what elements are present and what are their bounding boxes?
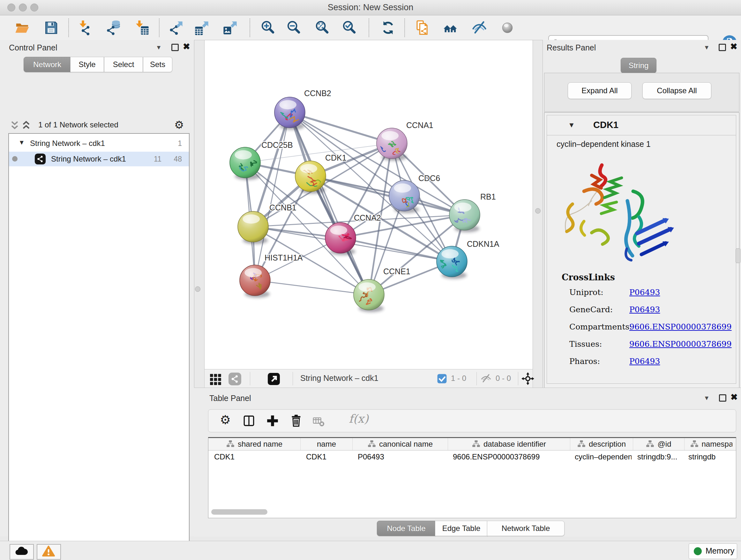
table-panel-float-icon[interactable]: ▼ (704, 395, 710, 401)
table-cell[interactable]: CDK1 (300, 450, 352, 463)
cloud-status-button[interactable] (10, 544, 34, 560)
results-panel-maximize-icon[interactable] (719, 44, 726, 51)
network-collection-row[interactable]: ▼ String Network – cdk1 1 (9, 136, 189, 151)
left-splitter-handle[interactable] (195, 287, 200, 292)
warnings-button[interactable] (37, 544, 61, 560)
control-panel-close-icon[interactable]: ✖ (183, 43, 190, 51)
control-panel-maximize-icon[interactable] (172, 44, 179, 51)
table-cell[interactable]: P06493 (352, 450, 447, 463)
share-document-icon[interactable] (415, 20, 430, 36)
table-row[interactable]: CDK1CDK1P064939606.ENSP00000378699cyclin… (208, 450, 736, 463)
refresh-icon[interactable] (381, 20, 396, 36)
tab-node-table[interactable]: Node Table (377, 521, 435, 536)
network-node-CCNE1[interactable] (354, 279, 384, 312)
network-edge[interactable] (311, 176, 465, 215)
protein-expander-icon[interactable]: ▼ (568, 121, 575, 129)
crosslinks-title: CrossLinks (562, 272, 615, 282)
network-share-icon[interactable] (228, 372, 242, 386)
tab-network-table[interactable]: Network Table (487, 521, 564, 536)
save-session-icon[interactable] (44, 20, 59, 36)
network-canvas[interactable]: CCNB2CCNA1CDC25BCDK1CDC6RB1CCNB1CCNA2CDK… (204, 40, 533, 369)
right-splitter-handle[interactable] (535, 208, 541, 213)
tab-string[interactable]: String (621, 58, 657, 73)
table-cell[interactable]: stringdb:9... (631, 450, 683, 463)
network-node-HIST1H1A[interactable] (240, 265, 270, 298)
network-edge[interactable] (340, 238, 452, 261)
tab-sets[interactable]: Sets (143, 57, 172, 72)
collapse-all-networks-icon[interactable] (9, 120, 20, 131)
table-cell[interactable]: cyclin–dependent ... (569, 450, 631, 463)
show-all-icon[interactable] (500, 20, 515, 36)
zoom-out-icon[interactable] (286, 20, 301, 36)
collection-expander-icon[interactable]: ▼ (18, 139, 25, 146)
network-edge[interactable] (290, 112, 392, 143)
results-panel-resize-handle[interactable] (736, 248, 740, 263)
export-network-icon[interactable] (169, 20, 184, 36)
memory-button[interactable]: Memory (689, 543, 737, 559)
network-node-CDC6[interactable] (389, 180, 420, 219)
column-header-name[interactable]: name (300, 438, 353, 450)
show-column-panel-icon[interactable] (242, 414, 256, 428)
network-node-CCNB1[interactable] (238, 211, 268, 244)
crosslink-link[interactable]: P06493 (629, 357, 660, 366)
network-node-label: CCNA1 (406, 121, 433, 130)
birdseye-view-icon[interactable] (267, 372, 280, 386)
selected-nodes-checkbox-icon[interactable] (437, 374, 447, 384)
crosslink-link[interactable]: P06493 (629, 288, 660, 297)
crosslink-link[interactable]: 9606.ENSP00000378699 (629, 339, 732, 349)
open-session-icon[interactable] (15, 20, 30, 36)
column-header-namespace[interactable]: namespace (684, 438, 736, 450)
network-node-CDC25B[interactable] (230, 147, 260, 180)
delete-column-icon[interactable] (289, 414, 303, 428)
export-image-icon[interactable] (223, 20, 238, 36)
column-header--id[interactable]: @id (633, 438, 684, 450)
zoom-selected-icon[interactable] (342, 20, 357, 36)
tab-select[interactable]: Select (104, 57, 143, 72)
table-cell[interactable]: 9606.ENSP00000378699 (447, 450, 569, 463)
show-grid-icon[interactable] (209, 372, 222, 386)
protein-card-header[interactable]: ▼ CDK1 (547, 115, 736, 135)
network-edge[interactable] (255, 280, 369, 295)
table-cell[interactable]: stringdb (683, 450, 736, 463)
import-database-icon[interactable] (106, 20, 121, 36)
table-horizontal-scrollbar[interactable] (211, 509, 267, 515)
results-panel-float-icon[interactable]: ▼ (704, 44, 710, 51)
table-options-gear-icon[interactable]: ⚙ (220, 414, 231, 426)
crosslink-link[interactable]: P06493 (629, 305, 660, 314)
hide-selected-icon[interactable] (472, 20, 487, 36)
column-header-description[interactable]: description (570, 438, 633, 450)
collapse-all-button[interactable]: Collapse All (643, 82, 711, 99)
home-pair-icon[interactable] (443, 20, 458, 36)
table-cell[interactable]: CDK1 (208, 450, 300, 463)
import-network-icon[interactable] (77, 20, 92, 36)
add-column-icon[interactable] (266, 414, 279, 428)
crosslink-link[interactable]: 9606.ENSP00000378699 (629, 322, 732, 331)
zoom-in-icon[interactable] (260, 20, 276, 36)
network-node-CCNA2[interactable] (325, 223, 356, 255)
network-node-CCNA1[interactable] (376, 128, 407, 161)
table-panel-close-icon[interactable]: ✖ (731, 393, 738, 401)
network-options-gear-icon[interactable]: ⚙ (174, 119, 184, 131)
control-panel-float-icon[interactable]: ▼ (156, 44, 162, 51)
network-node-CDKN1A[interactable] (436, 246, 467, 279)
network-node-RB1[interactable] (449, 199, 480, 233)
table-toolbar: ⚙ f(x) (208, 409, 736, 432)
column-header-shared-name[interactable]: shared name (208, 438, 300, 450)
zoom-fit-icon[interactable] (315, 20, 330, 36)
expand-all-networks-icon[interactable] (20, 120, 32, 131)
column-header-canonical-name[interactable]: canonical name (353, 438, 448, 450)
crosslink-row: Compartments:9606.ENSP00000378699 (569, 322, 632, 331)
tab-network[interactable]: Network (23, 57, 71, 72)
tab-edge-table[interactable]: Edge Table (435, 521, 488, 536)
export-table-icon[interactable] (194, 20, 210, 36)
table-panel-maximize-icon[interactable] (719, 394, 726, 401)
network-row-selected[interactable]: String Network – cdk1 11 48 (9, 152, 189, 166)
results-panel-close-icon[interactable]: ✖ (730, 43, 738, 51)
network-node-label: CDC25B (261, 140, 293, 149)
import-table-icon[interactable] (134, 20, 149, 36)
column-header-database-identifier[interactable]: database identifier (448, 438, 570, 450)
fit-selected-crosshair-icon[interactable] (521, 372, 535, 385)
network-node-CDK1[interactable] (295, 161, 326, 194)
expand-all-button[interactable]: Expand All (568, 82, 631, 99)
tab-style[interactable]: Style (70, 57, 104, 72)
